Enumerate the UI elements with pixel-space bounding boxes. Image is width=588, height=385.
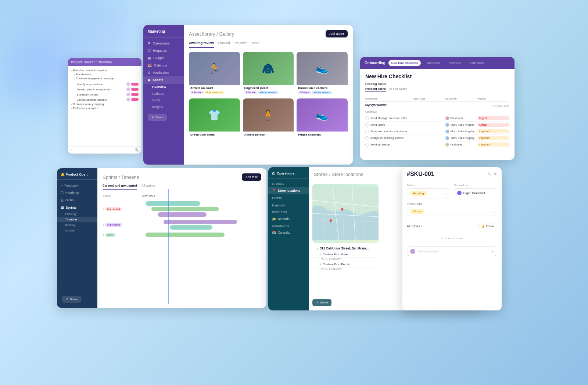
sidebar-item-calendar[interactable]: 📅 Calendar bbox=[268, 229, 309, 236]
sidebar-sub-timeline[interactable]: Timeline bbox=[57, 217, 97, 222]
sidebar-item-requests[interactable]: ☐ Requests bbox=[143, 47, 184, 54]
sprint-section-done: ↓ Done bbox=[103, 233, 261, 237]
svg-text:📍: 📍 bbox=[339, 208, 345, 213]
sidebar-item-production[interactable]: ⚙ Production bbox=[143, 69, 184, 76]
serial-number: Serial #SKU-002 bbox=[312, 267, 379, 271]
sku-expand-button[interactable]: ⤡ bbox=[488, 172, 491, 177]
sku-status-dropdown[interactable]: ↓ bbox=[445, 192, 447, 195]
store-address: ↓ 311 California Street, San Franc... bbox=[312, 245, 379, 252]
add-asset-button[interactable]: Add asset bbox=[326, 30, 348, 37]
calendar-icon: 📅 bbox=[148, 64, 152, 67]
follow-button[interactable]: 🔔 Follow bbox=[478, 223, 497, 229]
sidebar-item-campaigns[interactable]: ⚑ Campaigns bbox=[143, 40, 184, 47]
project-tracker-subtitle: Directory bbox=[98, 60, 112, 64]
asset-info: EngineerU jacket Lifestyle Winter season bbox=[243, 85, 294, 96]
sku-body: Status Pending ↓ Ordered by Logan Granmo… bbox=[402, 180, 502, 260]
serial-number: Serial #SKU-001 bbox=[312, 258, 379, 261]
sidebar-item-okrs[interactable]: ◎ OKRs bbox=[57, 197, 97, 204]
activity-filter[interactable]: All activity ↓ bbox=[407, 224, 422, 228]
sidebar-item-assets[interactable]: ◈ Assets bbox=[143, 76, 184, 84]
gantt-bar bbox=[170, 225, 212, 230]
asset-tabs: Awaiting review Blocked Rejected More ↓ bbox=[189, 41, 348, 48]
sku-status-value[interactable]: Pending ↓ bbox=[407, 188, 450, 198]
sidebar-sub-backlog[interactable]: Backlog bbox=[57, 222, 97, 228]
tab-blocked[interactable]: Blocked bbox=[218, 41, 230, 48]
sidebar-item-records[interactable]: 📁 Records bbox=[268, 215, 309, 223]
tab-all-sprints[interactable]: All sprints bbox=[141, 184, 155, 190]
sku-user-dropdown[interactable]: ↓ bbox=[492, 191, 494, 195]
asset-item-runner[interactable]: 👟 Runner on bleachers Lifestyle Winter s… bbox=[297, 52, 348, 96]
tab-new-hire-checklist[interactable]: New Hire Checklist bbox=[388, 60, 421, 66]
asset-title: EngineerU jacket bbox=[244, 86, 293, 90]
sku-close-button[interactable]: ✕ bbox=[494, 172, 497, 177]
tab-pending-tasks[interactable]: Pending Tasks bbox=[365, 87, 386, 92]
sidebar-sub-okrs[interactable]: OKRs bbox=[143, 97, 184, 104]
comment-input-placeholder[interactable]: Add a comment... bbox=[417, 250, 489, 253]
list-item: ↓ Centaur Pro - Green bbox=[312, 252, 379, 258]
commenter-avatar bbox=[410, 249, 415, 254]
asset-info: Athlete portrait bbox=[243, 132, 294, 139]
sprints-share-button[interactable]: ↗ Share bbox=[62, 296, 81, 303]
asset-tags: Lifestyle Spring season bbox=[190, 91, 239, 94]
sidebar-sub-overview[interactable]: Overview bbox=[143, 84, 184, 90]
sidebar-item-inventory[interactable]: Inventory bbox=[268, 202, 309, 209]
onboarding-panel: Onboarding New Hire Checklist Interviews… bbox=[360, 57, 514, 160]
sku-ordered-by-value[interactable]: Logan Granmont ↓ bbox=[454, 188, 497, 197]
requests-icon: ☐ bbox=[148, 49, 151, 53]
pt-add-button[interactable]: + bbox=[71, 149, 72, 151]
tab-more[interactable]: More ↓ bbox=[252, 41, 262, 48]
asset-item-sneakers[interactable]: 👟 Purple sneakers bbox=[297, 98, 348, 139]
sprint-section-not-started: ↓ Not started bbox=[103, 201, 261, 217]
tab-current-next-sprint[interactable]: Current and next sprint bbox=[103, 184, 137, 190]
project-tracker-body: ↓ Marketing overhaul campaign ↓ Brand re… bbox=[68, 66, 141, 112]
tab-rejected[interactable]: Rejected bbox=[234, 41, 248, 48]
sku-product-dropdown[interactable]: ↓ bbox=[492, 210, 494, 213]
sprint-tabs: Current and next sprint All sprints bbox=[103, 184, 261, 190]
send-icon[interactable]: ➤ bbox=[491, 249, 494, 253]
sidebar-item-store-locations[interactable]: 📍 Store locations bbox=[268, 187, 309, 194]
tab-interviews[interactable]: Interviews bbox=[424, 60, 443, 66]
marketing-sidebar: Marketing ↓ ⚑ Campaigns ☐ Requests ▦ Bud… bbox=[143, 25, 184, 165]
share-icon: ↗ bbox=[66, 298, 68, 301]
tab-referrals[interactable]: Referrals bbox=[446, 60, 463, 66]
sidebar-item-calendar[interactable]: 📅 Calendar bbox=[143, 62, 184, 69]
table-row: Assign on-boarding partner Hikaru Kubo-K… bbox=[365, 135, 509, 141]
marketing-share-button[interactable]: ↗ Share bbox=[148, 114, 167, 121]
user-avatar bbox=[457, 191, 462, 195]
chevron-icon: ↓ bbox=[103, 233, 104, 237]
sidebar-sub-insights[interactable]: Insights bbox=[57, 228, 97, 233]
sidebar-sub-insights[interactable]: Insights bbox=[143, 104, 184, 110]
asset-item-portrait[interactable]: 🧍 Athlete portrait bbox=[243, 98, 294, 139]
operations-share-button[interactable]: ↗ Share bbox=[312, 299, 331, 306]
priority-badge: Critical bbox=[477, 123, 509, 127]
chevron-icon: ↓ bbox=[320, 253, 321, 256]
marketing-panel: Marketing ↓ ⚑ Campaigns ☐ Requests ▦ Bud… bbox=[143, 25, 353, 165]
asset-item-polo[interactable]: 👕 Green polo shirts bbox=[189, 98, 240, 139]
sku-product-type-value[interactable]: Shoes ↓ bbox=[407, 207, 497, 216]
sidebar-item-sprints[interactable]: ▤ Sprints bbox=[57, 204, 97, 211]
sprint-status-row: ↓ Done bbox=[103, 233, 261, 237]
asset-item-jacket[interactable]: 🧥 EngineerU jacket Lifestyle Winter seas… bbox=[243, 52, 294, 96]
tab-references[interactable]: References bbox=[466, 60, 487, 66]
sidebar-item-feedback[interactable]: ≡ Feedback bbox=[57, 182, 97, 189]
sku-product-type-label: Product type bbox=[407, 202, 497, 205]
table-row: Schedule new-hire orientation Hikaru Kub… bbox=[365, 128, 509, 135]
sidebar-sub-updates[interactable]: Updates bbox=[143, 90, 184, 97]
pt-item-brainstorm: Brainstorm content bbox=[77, 92, 139, 97]
pt-section-marketing: ↓ Marketing overhaul campaign ↓ Brand re… bbox=[71, 68, 139, 80]
table-row: Send gift basket Pat Everett Important bbox=[365, 141, 509, 148]
sidebar-item-budget[interactable]: ▦ Budget bbox=[143, 54, 184, 62]
tab-all-employees[interactable]: All employees bbox=[389, 87, 407, 92]
asset-library-title: Asset library / Gallery bbox=[189, 31, 234, 37]
pt-item-journey: ↓ Customer journey mapping bbox=[71, 102, 139, 106]
add-task-button[interactable]: Add task bbox=[242, 173, 261, 181]
operations-map-section: 📍 📍 ↓ 311 California Street, San Franc..… bbox=[309, 180, 382, 310]
feedback-icon: ≡ bbox=[61, 184, 62, 187]
gantt-bars-not-started bbox=[139, 201, 261, 217]
sku-user: Logan Granmont bbox=[457, 191, 485, 195]
sidebar-sub-planning[interactable]: Planning bbox=[57, 211, 97, 217]
sidebar-item-roadmap[interactable]: ☐ Roadmap bbox=[57, 189, 97, 197]
asset-item-athlete[interactable]: 🏃 Athlete on court Lifestyle Spring seas… bbox=[189, 52, 240, 96]
sidebar-item-orders[interactable]: Orders bbox=[268, 194, 309, 202]
tab-awaiting-review[interactable]: Awaiting review bbox=[189, 41, 214, 48]
